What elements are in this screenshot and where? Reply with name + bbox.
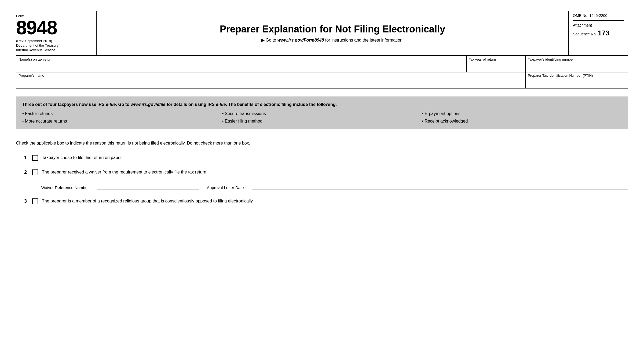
info-title-part3: for details on using IRS: [166, 102, 216, 107]
form-rev: (Rev. September 2018): [16, 39, 91, 43]
fields-section: Name(s) on tax return Tax year of return…: [16, 56, 628, 88]
form-dept: Department of the Treasury Internal Reve…: [16, 43, 91, 53]
header-right: OMB No. 1545-2200 Attachment Sequence No…: [569, 11, 628, 55]
main-content: Check the applicable box to indicate the…: [16, 137, 628, 215]
checkbox-number-1: 1: [16, 154, 32, 161]
checkbox-number-2: 2: [16, 169, 32, 175]
info-title-url: www.irs.gov/efile: [131, 102, 166, 107]
checkbox-1[interactable]: [32, 155, 38, 161]
header-left: Form 8948 (Rev. September 2018) Departme…: [16, 11, 97, 55]
info-title-part1: Three out of four taxpayers now use IRS: [22, 102, 106, 107]
tax-year-value[interactable]: [469, 61, 523, 71]
info-title-efile2: e-file: [216, 102, 226, 107]
bullet-6: • Receipt acknowledged: [422, 118, 622, 124]
ptin-value[interactable]: [528, 77, 625, 87]
info-box-bullets: • Faster refunds • Secure transmissions …: [22, 111, 622, 124]
waiver-reference-label: Waiver Reference Number: [41, 185, 89, 190]
info-box: Three out of four taxpayers now use IRS …: [16, 97, 628, 129]
omb-number: OMB No. 1545-2200: [573, 13, 624, 21]
checkbox-number-3: 3: [16, 198, 32, 204]
instruction-text: Check the applicable box to indicate the…: [16, 140, 628, 146]
info-title-part4: . The benefits of electronic filing incl…: [226, 102, 337, 107]
form-subtitle: ▶ Go to www.irs.gov/Form8948 for instruc…: [261, 38, 404, 43]
approval-letter-input[interactable]: [252, 183, 628, 190]
name-label: Name(s) on tax return: [19, 57, 464, 61]
waiver-row: Waiver Reference Number Approval Letter …: [41, 183, 628, 190]
header-center: Preparer Explanation for Not Filing Elec…: [97, 11, 569, 55]
dept-line1: Department of the Treasury: [16, 43, 58, 47]
bullet-2: • More accurate returns: [22, 118, 222, 124]
bullet-5: • E-payment options: [422, 111, 622, 117]
preparer-name-label: Preparer's name: [19, 73, 523, 77]
checkbox-row-3: 3 The preparer is a member of a recogniz…: [16, 198, 628, 204]
dept-line2: Internal Revenue Service: [16, 48, 55, 52]
sequence-label: Sequence No.: [573, 32, 597, 36]
preparer-name-field: Preparer's name: [16, 72, 526, 88]
checkbox-text-2: The preparer received a waiver from the …: [42, 169, 628, 175]
checkbox-text-1: Taxpayer chose to file this return on pa…: [42, 154, 628, 161]
info-title-efile: e-file: [106, 102, 116, 107]
subtitle-suffix: for instructions and the latest informat…: [324, 38, 404, 42]
form-header: Form 8948 (Rev. September 2018) Departme…: [16, 11, 628, 56]
bullet-3: • Secure transmissions: [222, 111, 422, 117]
sequence-number: 173: [598, 29, 609, 37]
checkbox-2[interactable]: [32, 169, 38, 175]
tin-field: Taxpayer's identifying number: [526, 56, 628, 72]
tax-year-field: Tax year of return: [467, 56, 526, 72]
info-title-part2: . Go to: [116, 102, 131, 107]
subtitle-url: www.irs.gov/Form8948: [277, 38, 324, 42]
attachment-label: Attachment: [573, 23, 592, 27]
info-box-title: Three out of four taxpayers now use IRS …: [22, 102, 622, 108]
ptin-field: Preparer Tax Identification Number (PTIN…: [526, 72, 628, 88]
bullet-1: • Faster refunds: [22, 111, 222, 117]
subtitle-text: Go to: [266, 38, 277, 42]
approval-letter-label: Approval Letter Date: [207, 185, 244, 190]
checkbox-row-2: 2 The preparer received a waiver from th…: [16, 169, 628, 175]
checkbox-text-3: The preparer is a member of a recognized…: [42, 198, 628, 204]
waiver-reference-input[interactable]: [97, 183, 199, 190]
name-value[interactable]: [19, 61, 464, 71]
checkbox-row-1: 1 Taxpayer chose to file this return on …: [16, 154, 628, 161]
checkbox-3[interactable]: [32, 198, 38, 204]
tin-value[interactable]: [528, 61, 625, 71]
fields-row-2: Preparer's name Preparer Tax Identificat…: [16, 72, 628, 88]
subtitle-arrow: ▶: [261, 38, 265, 42]
fields-row-1: Name(s) on tax return Tax year of return…: [16, 56, 628, 72]
bullet-4: • Easier filing method: [222, 118, 422, 124]
form-number: 8948: [16, 18, 91, 37]
attachment-info: Attachment Sequence No. 173: [573, 23, 624, 38]
preparer-name-value[interactable]: [19, 77, 523, 87]
name-field: Name(s) on tax return: [16, 56, 467, 72]
ptin-label: Preparer Tax Identification Number (PTIN…: [528, 73, 625, 77]
tin-label: Taxpayer's identifying number: [528, 57, 625, 61]
tax-year-label: Tax year of return: [469, 57, 523, 61]
form-title: Preparer Explanation for Not Filing Elec…: [220, 23, 445, 35]
